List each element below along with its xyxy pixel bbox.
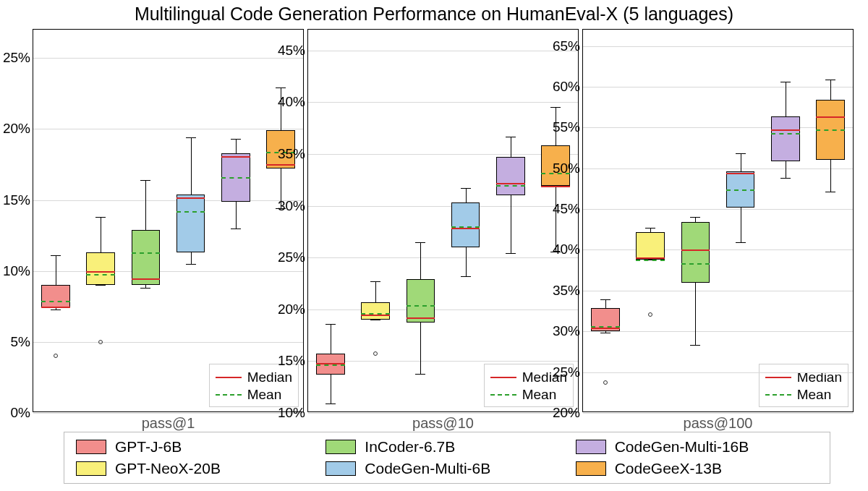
whisker bbox=[605, 299, 606, 307]
legend-item: CodeGen-Multi-16B bbox=[576, 438, 818, 456]
whisker-cap bbox=[276, 87, 286, 88]
whisker bbox=[786, 161, 786, 179]
legend-label: GPT-NeoX-20B bbox=[115, 460, 221, 477]
whisker bbox=[56, 255, 56, 285]
mean-line bbox=[132, 252, 161, 254]
y-tick-label: 20% bbox=[548, 405, 580, 421]
mean-line bbox=[407, 305, 435, 307]
panel-pass10: pass@10 Median Mean 10%15%20%25%30%35%40… bbox=[307, 29, 579, 412]
plot-area: pass@1 Median Mean 0%5%10%15%20%25% pass… bbox=[33, 29, 854, 412]
gridline bbox=[583, 87, 853, 87]
whisker-cap bbox=[506, 137, 516, 137]
box bbox=[636, 232, 665, 260]
legend-mean-label: Mean bbox=[797, 387, 832, 403]
whisker-cap bbox=[95, 285, 106, 286]
legend-median-line bbox=[765, 377, 791, 378]
legend-swatch bbox=[576, 440, 606, 454]
median-line bbox=[266, 164, 295, 166]
legend-mean-line bbox=[765, 394, 791, 396]
whisker-cap bbox=[600, 299, 610, 300]
whisker bbox=[741, 153, 741, 171]
y-tick-label: 5% bbox=[0, 334, 30, 350]
legend-item: GPT-J-6B bbox=[76, 438, 318, 456]
legend-label: CodeGen-Multi-6B bbox=[365, 460, 490, 477]
mean-line bbox=[726, 189, 755, 191]
mean-line bbox=[316, 364, 345, 366]
median-line bbox=[816, 116, 845, 118]
box bbox=[41, 285, 70, 307]
mean-line bbox=[591, 326, 620, 328]
whisker-cap bbox=[645, 228, 655, 229]
whisker bbox=[236, 139, 237, 153]
whisker bbox=[145, 180, 146, 230]
legend-item: GPT-NeoX-20B bbox=[76, 460, 318, 477]
whisker-cap bbox=[326, 324, 336, 325]
whisker-cap bbox=[736, 242, 746, 243]
whisker-cap bbox=[690, 217, 700, 218]
gridline bbox=[583, 168, 853, 169]
outlier bbox=[54, 354, 58, 358]
box bbox=[407, 279, 435, 323]
whisker-cap bbox=[825, 192, 835, 192]
y-tick-label: 25% bbox=[548, 364, 580, 380]
legend-swatch bbox=[576, 461, 606, 476]
gridline bbox=[308, 361, 578, 362]
gridline bbox=[308, 413, 578, 414]
gridline bbox=[583, 372, 853, 373]
whisker bbox=[101, 217, 101, 252]
box bbox=[176, 195, 205, 252]
mean-line bbox=[361, 313, 390, 315]
whisker-cap bbox=[461, 188, 471, 189]
gridline bbox=[308, 309, 578, 310]
y-tick-label: 50% bbox=[548, 161, 580, 176]
whisker-cap bbox=[51, 255, 61, 256]
outlier bbox=[603, 380, 608, 385]
whisker-cap bbox=[825, 80, 835, 80]
box bbox=[86, 252, 115, 285]
gridline bbox=[308, 102, 578, 103]
whisker-cap bbox=[780, 82, 791, 82]
legend-median-label: Median bbox=[247, 370, 292, 385]
mean-line bbox=[451, 226, 480, 228]
whisker-cap bbox=[690, 345, 700, 346]
legend-label: GPT-J-6B bbox=[115, 438, 182, 456]
y-tick-label: 65% bbox=[548, 38, 580, 54]
box bbox=[361, 302, 390, 320]
legend-label: CodeGen-Multi-16B bbox=[615, 438, 749, 456]
whisker bbox=[511, 137, 511, 158]
y-tick-label: 40% bbox=[548, 242, 580, 257]
gridline bbox=[583, 291, 853, 291]
legend-mean-line bbox=[490, 394, 516, 396]
gridline bbox=[33, 200, 303, 201]
median-line bbox=[221, 156, 250, 158]
gridline bbox=[308, 154, 578, 155]
y-tick-label: 15% bbox=[0, 192, 30, 208]
mean-line bbox=[636, 260, 665, 261]
y-tick-label: 55% bbox=[548, 119, 580, 135]
panel-pass100: pass@100 Median Mean 20%25%30%35%40%45%5… bbox=[582, 29, 854, 412]
whisker bbox=[786, 82, 786, 116]
median-line bbox=[86, 271, 115, 273]
whisker-cap bbox=[231, 229, 241, 229]
box bbox=[496, 157, 525, 195]
y-tick-label: 0% bbox=[0, 405, 30, 421]
box bbox=[771, 116, 800, 161]
y-tick-label: 20% bbox=[273, 302, 305, 317]
y-tick-label: 10% bbox=[273, 405, 305, 421]
median-line bbox=[176, 197, 205, 199]
y-tick-label: 20% bbox=[0, 121, 30, 137]
inner-legend: Median Mean bbox=[759, 364, 848, 407]
whisker bbox=[375, 281, 376, 302]
whisker bbox=[511, 195, 511, 253]
whisker-cap bbox=[736, 153, 746, 154]
y-tick-label: 40% bbox=[273, 94, 305, 110]
legend-swatch bbox=[76, 461, 106, 476]
whisker-cap bbox=[51, 309, 61, 310]
whisker-cap bbox=[370, 320, 380, 320]
legend-swatch bbox=[326, 461, 356, 476]
gridline bbox=[33, 342, 303, 343]
gridline bbox=[583, 331, 853, 332]
whisker bbox=[420, 242, 421, 280]
gridline bbox=[583, 127, 853, 128]
y-tick-label: 30% bbox=[548, 323, 580, 339]
